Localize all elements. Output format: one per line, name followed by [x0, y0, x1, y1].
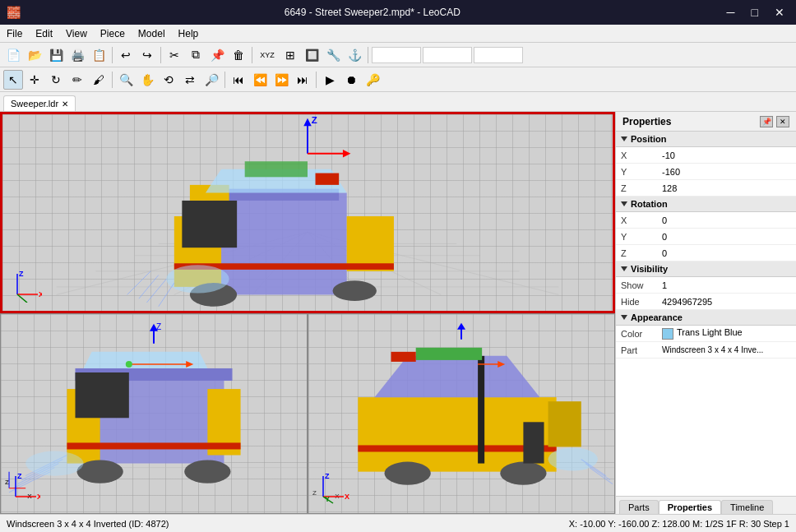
menu-edit[interactable]: Edit: [29, 26, 59, 41]
model-svg-bl: Z Z X: [1, 314, 307, 514]
delete-button[interactable]: 🗑: [229, 45, 248, 65]
axis-svg-bl: Z X: [7, 472, 40, 505]
svg-marker-31: [343, 150, 351, 158]
redo-button[interactable]: ↪: [137, 45, 157, 65]
open-button[interactable]: 📂: [25, 45, 44, 65]
pan-tool[interactable]: ✋: [137, 70, 157, 90]
svg-rect-74: [548, 401, 581, 446]
copy-button[interactable]: ⧉: [186, 45, 206, 65]
properties-tab[interactable]: Properties: [659, 500, 721, 514]
view-btn2[interactable]: ⇄: [180, 70, 200, 90]
axis-indicator-bl: Z X: [7, 472, 40, 507]
menu-piece[interactable]: Piece: [94, 26, 132, 41]
visibility-label: Visibility: [631, 264, 668, 274]
svg-rect-18: [245, 161, 308, 177]
sep4: [368, 47, 368, 63]
rot-x-label: X: [621, 215, 662, 225]
timeline-tab[interactable]: Timeline: [721, 500, 773, 514]
properties-panel: Properties 📌 ✕ Position X -10 Y -160 Z: [615, 112, 796, 514]
properties-close-button[interactable]: ✕: [776, 116, 789, 127]
svg-rect-42: [67, 442, 240, 449]
view-btn3[interactable]: 🔎: [201, 70, 221, 90]
snap-button[interactable]: 🔲: [302, 45, 322, 65]
viewport-bottom-left[interactable]: Z Z X Z X: [0, 313, 308, 515]
rot-z-label: Z: [621, 248, 662, 258]
play-button[interactable]: ▶: [320, 70, 340, 90]
paint-tool[interactable]: 🖌: [89, 70, 109, 90]
paste-button[interactable]: 📌: [207, 45, 227, 65]
rotation-z-row: Z 0: [616, 245, 796, 261]
svg-rect-81: [391, 351, 416, 361]
select-tool[interactable]: ↖: [3, 70, 23, 90]
svg-text:Z: Z: [19, 270, 24, 278]
position-section[interactable]: Position: [616, 132, 796, 147]
tab-label: Sweeper.ldr: [11, 99, 58, 109]
svg-text:Z: Z: [325, 472, 330, 480]
axis-indicator-top: Z X: [9, 270, 42, 304]
menu-help[interactable]: Help: [172, 26, 206, 41]
menu-view[interactable]: View: [59, 26, 94, 41]
app-part-label: Part: [621, 345, 662, 355]
rotation-section[interactable]: Rotation: [616, 197, 796, 212]
sweeper-tab[interactable]: Sweeper.ldr ✕: [3, 95, 76, 111]
appearance-label: Appearance: [631, 312, 683, 322]
new-button[interactable]: 📄: [3, 45, 23, 65]
app-color-label: Color: [621, 329, 662, 339]
grid-button[interactable]: ⊞: [280, 45, 300, 65]
rot-y-value: 0: [662, 232, 791, 242]
close-button[interactable]: ✕: [770, 4, 789, 21]
anim-end[interactable]: ⏭: [293, 70, 312, 90]
rotate-tool[interactable]: ↻: [46, 70, 66, 90]
tab-close-button[interactable]: ✕: [62, 99, 68, 109]
svg-point-58: [126, 360, 132, 367]
viewport-top[interactable]: Z Z X: [0, 112, 615, 313]
erase-tool[interactable]: ✏: [67, 70, 87, 90]
menu-file[interactable]: File: [0, 26, 29, 41]
properties-header: Properties 📌 ✕: [616, 112, 796, 132]
view-btn1[interactable]: ⟲: [159, 70, 178, 90]
rot-x-value: 0: [662, 215, 791, 225]
title-bar-title: 6649 - Street Sweeper2.mpd* - LeoCAD: [23, 7, 722, 18]
appearance-section[interactable]: Appearance: [616, 310, 796, 326]
position-x-row: X -10: [616, 147, 796, 164]
cut-button[interactable]: ✂: [164, 45, 184, 65]
position-z-row: Z 128: [616, 180, 796, 197]
minimize-button[interactable]: ─: [722, 4, 740, 21]
title-bar-controls: ─ □ ✕: [722, 4, 789, 21]
position-collapse-icon: [621, 136, 627, 141]
coord-x-input[interactable]: [372, 47, 421, 63]
appearance-collapse-icon: [621, 315, 627, 320]
anim-next[interactable]: ⏩: [271, 70, 291, 90]
svg-text:Z: Z: [312, 115, 317, 125]
svg-text:X: X: [345, 493, 349, 501]
pos-y-value: -160: [662, 167, 791, 177]
maximize-button[interactable]: □: [747, 4, 763, 21]
axis-svg-top: Z X: [9, 270, 42, 303]
app-part-value: Windscreen 3 x 4 x 4 Inve...: [662, 345, 791, 354]
svg-point-22: [166, 265, 229, 293]
xyz-button[interactable]: XYZ: [256, 45, 279, 65]
export-button[interactable]: 📋: [89, 45, 109, 65]
coord-z-input[interactable]: [474, 47, 523, 63]
zoom-tool[interactable]: 🔍: [116, 70, 136, 90]
viewport-bottom-right[interactable]: Z X Z X Y: [308, 313, 615, 515]
parts-tab[interactable]: Parts: [619, 500, 659, 514]
record-button[interactable]: ⏺: [341, 70, 361, 90]
print-button[interactable]: 🖨️: [67, 45, 87, 65]
anim-prev[interactable]: ⏪: [250, 70, 270, 90]
connect-button[interactable]: ⚓: [345, 45, 364, 65]
key-button[interactable]: 🔑: [363, 70, 382, 90]
properties-pin-button[interactable]: 📌: [760, 116, 773, 127]
move-tool[interactable]: ✛: [25, 70, 44, 90]
coord-y-input[interactable]: [423, 47, 472, 63]
menu-model[interactable]: Model: [132, 26, 172, 41]
status-bar: Windscreen 3 x 4 x 4 Inverted (ID: 4872)…: [0, 514, 796, 532]
appearance-part-row: Part Windscreen 3 x 4 x 4 Inve...: [616, 342, 796, 359]
svg-line-78: [590, 467, 613, 483]
anim-start[interactable]: ⏮: [229, 70, 248, 90]
save-button[interactable]: 💾: [46, 45, 66, 65]
undo-button[interactable]: ↩: [116, 45, 136, 65]
magnet-button[interactable]: 🔧: [323, 45, 343, 65]
svg-point-75: [548, 447, 598, 470]
visibility-section[interactable]: Visibility: [616, 261, 796, 277]
